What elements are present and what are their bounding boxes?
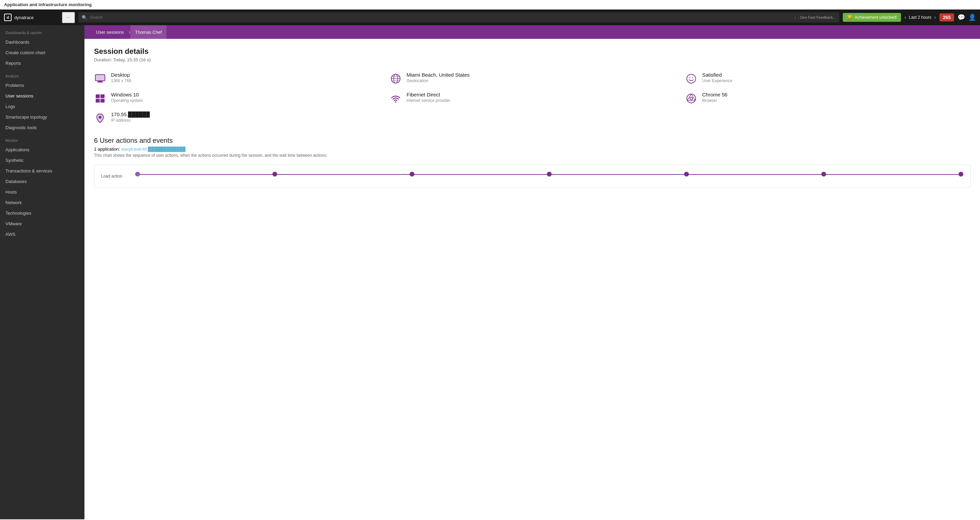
sidebar-item-network[interactable]: Network [0,197,84,208]
detail-device-secondary: 1366 x 768 [111,78,131,83]
smile-icon [685,73,697,85]
svg-rect-17 [100,99,105,102]
time-next-button[interactable]: › [934,14,936,21]
timeline-dot-6 [821,172,826,177]
user-actions-description: This chart shows the sequence of user ac… [94,153,970,158]
achievement-button[interactable]: 🏆 Achievement unlocked! [843,13,901,22]
location-icon [94,112,106,124]
timeline-dot-7 [959,172,963,177]
sidebar-item-smartscape-label: Smartscape topology [5,115,47,120]
sidebar-section-monitor-label: Monitor [0,133,84,145]
detail-geolocation-text: Miami Beach, United States Geolocation [407,72,469,83]
search-icon: 🔍 [82,15,87,20]
sidebar-item-network-label: Network [5,200,22,205]
detail-isp: Fibernet Direct Internet service provide… [390,92,675,105]
sidebar-item-reports[interactable]: Reports [0,58,84,69]
detail-geolocation: Miami Beach, United States Geolocation [390,72,675,85]
sidebar-item-diagnostic-tools-label: Diagnostic tools [5,125,37,130]
detail-ux-text: Satisfied User Experience [702,72,732,83]
sidebar-item-diagnostic-tools[interactable]: Diagnostic tools [0,122,84,133]
sidebar-item-problems[interactable]: Problems [0,80,84,91]
wifi-icon [390,93,402,105]
timeline-bar [135,172,963,177]
sidebar-item-vmware-label: VMware [5,221,22,226]
sidebar-item-synthetic-label: Synthetic [5,158,24,163]
app-link[interactable]: easytravel-bf.████████████ [121,147,186,152]
sidebar-item-user-sessions-label: User sessions [5,93,33,99]
sidebar-item-transactions[interactable]: Transactions & services [0,166,84,176]
sidebar-item-transactions-label: Transactions & services [5,168,52,174]
timeline-dot-5 [684,172,689,177]
logo-area: d dynatrace [4,14,59,21]
svg-text:d: d [7,15,9,19]
user-actions-subtitle: 1 application: easytravel-bf.███████████… [94,147,970,152]
session-title: Session details [94,47,970,56]
sidebar: Dashboards & reports Dashboards Create c… [0,25,84,519]
breadcrumb-item-thomas-chef[interactable]: Thomas Chef [130,25,167,39]
detail-device: Desktop 1366 x 768 [94,72,379,85]
svg-rect-3 [98,81,102,82]
detail-ip-secondary: IP address [111,118,150,123]
sidebar-item-hosts[interactable]: Hosts [0,187,84,197]
timeline-label: Load action [101,174,122,179]
sidebar-item-logs-label: Logs [5,104,15,109]
search-input[interactable] [90,15,792,20]
detail-ux-secondary: User Experience [702,78,732,83]
sidebar-item-create-custom-chart-label: Create custom chart [5,50,45,55]
sidebar-item-applications[interactable]: Applications [0,145,84,155]
timeline-dot-2 [272,172,277,177]
right-panel: User sessions › Thomas Chef Session deta… [84,25,980,519]
timeline-track: Load action [101,172,963,177]
svg-point-11 [687,74,696,83]
title-bar: Application and infrastructure monitorin… [0,0,980,10]
globe-icon [390,73,402,85]
svg-point-13 [692,77,693,78]
sidebar-item-create-custom-chart[interactable]: Create custom chart [0,47,84,58]
alerts-badge[interactable]: 265 [939,13,954,21]
user-icon[interactable]: 👤 [969,14,976,21]
windows-icon [94,93,106,105]
detail-device-primary: Desktop [111,72,131,78]
breadcrumb: User sessions › Thomas Chef [84,25,980,39]
chat-icon[interactable]: 💬 [958,14,965,21]
sidebar-item-user-sessions[interactable]: User sessions [0,91,84,101]
main-content: Session details Duration: Today, 15:35 (… [84,39,980,519]
breadcrumb-thomas-chef-label: Thomas Chef [135,30,162,35]
detail-os-primary: Windows 10 [111,92,143,97]
detail-os: Windows 10 Operating system [94,92,379,105]
sidebar-item-logs[interactable]: Logs [0,101,84,112]
timeline-dot-3 [410,172,414,177]
sidebar-item-vmware[interactable]: VMware [0,219,84,229]
sidebar-item-databases[interactable]: Databases [0,176,84,187]
detail-geolocation-secondary: Geolocation [407,78,469,83]
time-prev-button[interactable]: ‹ [904,14,906,21]
sidebar-item-synthetic[interactable]: Synthetic [0,155,84,166]
dynatrace-logo-text: dynatrace [14,15,34,20]
sidebar-item-smartscape[interactable]: Smartscape topology [0,112,84,122]
top-navigation: d dynatrace ← 🔍 : Dev Fast Feedback... 🏆… [0,10,980,25]
app-count-label: 1 application: [94,147,120,152]
detail-isp-primary: Fibernet Direct [407,92,450,97]
detail-ip-primary: 170.55.██████ [111,112,150,117]
detail-ip-text: 170.55.██████ IP address [111,112,150,123]
detail-ux: Satisfied User Experience [685,72,970,85]
svg-rect-16 [96,99,100,102]
sidebar-item-reports-label: Reports [5,61,21,66]
detail-device-text: Desktop 1366 x 768 [111,72,131,83]
sidebar-item-technologies[interactable]: Technologies [0,208,84,219]
back-button[interactable]: ← [62,12,75,23]
breadcrumb-item-user-sessions[interactable]: User sessions [91,25,129,39]
session-duration: Duration: Today, 15:35 (16 s) [94,57,970,62]
timeline-container: Load action [94,164,970,188]
detail-os-secondary: Operating system [111,98,143,103]
chrome-icon [685,93,697,105]
sidebar-item-aws[interactable]: AWS [0,229,84,239]
sidebar-item-dashboards[interactable]: Dashboards [0,37,84,47]
svg-point-12 [690,77,690,78]
main-layout: Dashboards & reports Dashboards Create c… [0,25,980,519]
breadcrumb-user-sessions-label: User sessions [96,30,124,35]
svg-point-25 [99,116,102,119]
session-details-grid: Desktop 1366 x 768 [94,72,970,124]
sidebar-section-dashboards-label: Dashboards & reports [0,25,84,37]
time-nav: ‹ Last 2 hours › [904,14,936,21]
